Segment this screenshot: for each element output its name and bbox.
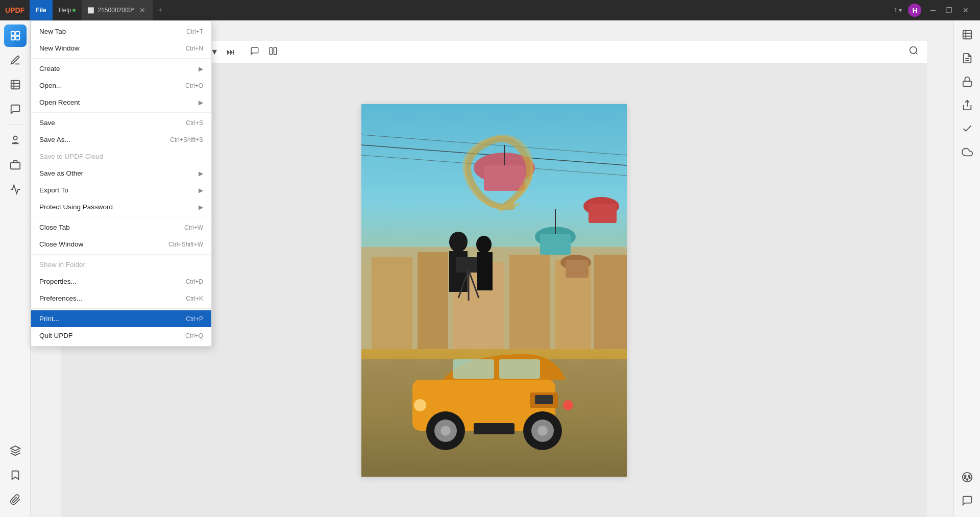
svg-rect-63 [535,395,553,404]
menu-item-open[interactable]: Open... Ctrl+O [31,77,211,94]
menu-item-save-label: Save [39,119,55,127]
tab-close-button[interactable]: ✕ [137,5,148,15]
svg-rect-41 [589,204,617,223]
right-icon-protect[interactable] [957,71,977,92]
right-sidebar [953,20,980,517]
comment-mode-button[interactable] [248,45,262,59]
minimize-button[interactable]: ─ [927,4,939,16]
right-icon-share[interactable] [957,95,977,115]
menu-item-quit[interactable]: Quit UPDF Ctrl+Q [31,327,211,344]
sidebar-icon-organize[interactable] [4,154,27,176]
svg-rect-27 [509,255,550,349]
right-sidebar-bottom [957,467,977,517]
file-dropdown-menu: New Tab Ctrl+T New Window Ctrl+N Create … [31,20,212,347]
separator-2 [31,112,211,113]
right-icon-extract[interactable] [957,48,977,68]
svg-rect-18 [274,47,276,55]
menu-item-save[interactable]: Save Ctrl+S [31,114,211,131]
svg-rect-52 [477,252,493,290]
menu-item-open-recent-label: Open Recent [39,99,80,106]
menu-item-print-shortcut: Ctrl+P [186,315,203,323]
separator-5 [31,308,211,309]
menu-item-open-recent[interactable]: Open Recent ▶ [31,94,211,111]
menu-item-new-tab-label: New Tab [39,28,66,35]
version-chevron-icon: ▾ [899,7,902,14]
menu-item-preferences[interactable]: Preferences... Ctrl+K [31,290,211,307]
svg-point-58 [440,426,451,436]
svg-rect-17 [270,47,272,55]
svg-line-20 [916,53,918,55]
sidebar-icon-home[interactable] [4,24,27,47]
menu-item-save-cloud-label: Save to UPDF Cloud [39,153,103,160]
svg-rect-73 [963,81,971,86]
menu-item-new-tab[interactable]: New Tab Ctrl+T [31,23,211,40]
sidebar-icon-stamp[interactable] [4,129,27,152]
svg-rect-25 [418,252,448,349]
right-icon-ocr[interactable] [957,24,977,45]
svg-point-78 [964,477,966,479]
menu-item-quit-shortcut: Ctrl+Q [185,332,203,339]
left-sidebar [0,20,31,517]
menu-item-export-to[interactable]: Export To ▶ [31,182,211,199]
menu-item-create[interactable]: Create ▶ [31,60,211,77]
sidebar-icon-bookmark[interactable] [4,464,27,486]
layout-mode-button[interactable] [266,45,280,59]
version-text: 1 [894,7,897,14]
sidebar-bottom [4,439,27,517]
tab-help[interactable]: Help [53,0,82,20]
tab-document[interactable]: ⬜ 2150082000* ✕ [82,0,152,20]
svg-rect-38 [540,234,571,255]
tab-add-button[interactable]: + [153,6,167,15]
svg-point-51 [476,236,492,253]
menu-item-preferences-label: Preferences... [39,294,82,302]
menu-item-properties[interactable]: Properties... Ctrl+D [31,273,211,290]
menu-item-open-shortcut: Ctrl+O [185,82,203,89]
create-arrow-icon: ▶ [199,65,203,72]
user-avatar[interactable]: H [908,4,921,17]
close-button[interactable]: ✕ [960,4,972,16]
svg-point-66 [563,400,573,410]
sidebar-icon-comment[interactable] [4,98,27,120]
tab-file[interactable]: File [30,0,53,20]
sidebar-icon-tools[interactable] [4,178,27,201]
menu-item-create-label: Create [39,65,60,72]
sidebar-icon-pages[interactable] [4,73,27,96]
separator-3 [31,217,211,217]
menu-item-quit-label: Quit UPDF [39,332,72,339]
menu-item-save-as[interactable]: Save As... Ctrl+Shift+S [31,131,211,148]
doc-tab-icon: ⬜ [87,7,94,14]
open-recent-arrow-icon: ▶ [199,99,203,106]
version-selector[interactable]: 1 ▾ [894,7,902,14]
menu-item-close-tab-label: Close Tab [39,224,70,231]
last-page-button[interactable]: ⏭ [224,46,237,58]
right-icon-cloud[interactable] [957,142,977,162]
right-icon-send[interactable] [957,118,977,139]
menu-item-close-window-shortcut: Ctrl+Shift+W [168,241,203,248]
sidebar-icon-edit[interactable] [4,49,27,71]
toolbar-view-controls [248,45,280,59]
titlebar: UPDF File Help ⬜ 2150082000* ✕ + 1 ▾ H ─… [0,0,980,20]
right-icon-chat[interactable] [957,490,977,511]
maximize-button[interactable]: ❐ [943,4,955,16]
right-icon-palette[interactable] [957,467,977,487]
menu-item-close-window-label: Close Window [39,240,83,248]
menu-item-show-folder-label: Show in Folder [39,261,85,268]
menu-item-print[interactable]: Print... Ctrl+P [31,310,211,327]
sidebar-icon-layers[interactable] [4,439,27,462]
menu-item-close-tab[interactable]: Close Tab Ctrl+W [31,219,211,236]
menu-item-save-as-other[interactable]: Save as Other ▶ [31,165,211,182]
menu-item-close-window[interactable]: Close Window Ctrl+Shift+W [31,236,211,253]
svg-rect-1 [15,32,19,35]
search-button[interactable] [909,45,919,58]
toolbar-extras [909,45,919,58]
svg-rect-2 [11,36,14,40]
menu-item-protect-password[interactable]: Protect Using Password ▶ [31,199,211,215]
app-logo: UPDF [0,6,30,14]
svg-marker-9 [10,446,19,451]
menu-item-new-window[interactable]: New Window Ctrl+N [31,40,211,57]
menu-item-open-label: Open... [39,82,62,89]
svg-rect-43 [566,260,589,278]
menu-item-new-window-label: New Window [39,44,80,52]
svg-rect-4 [11,81,19,89]
sidebar-icon-attachment[interactable] [4,488,27,511]
